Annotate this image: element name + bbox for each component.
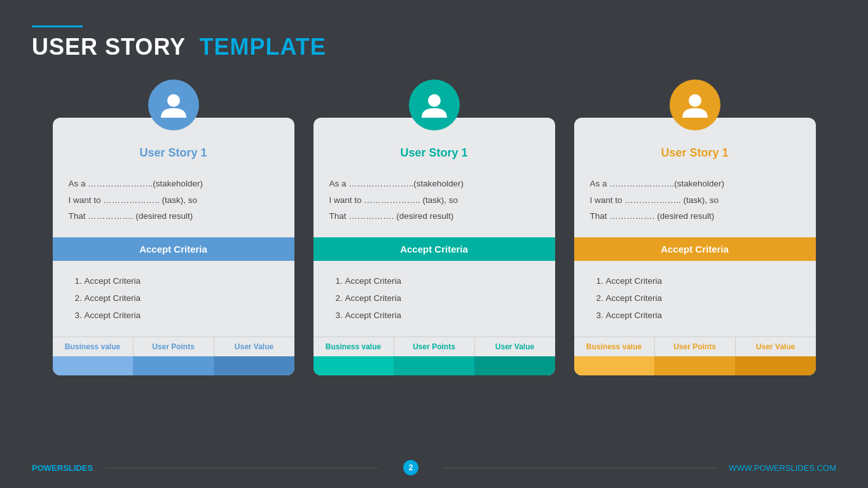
- card-2-criteria-list: Accept Criteria Accept Criteria Accept C…: [313, 261, 555, 337]
- card-2-story-line-2: I want to ……………….. (task), so: [329, 192, 539, 209]
- card-3-footer-labels: Business value User Points User Value: [574, 337, 816, 356]
- footer-bar-1-3: [214, 356, 294, 375]
- footer-bar-3-1: [574, 356, 655, 375]
- url-part1: WWW.POWER: [729, 463, 785, 473]
- card-2: User Story 1 As a …………………..(stakeholder)…: [313, 118, 555, 375]
- card-3: User Story 1 As a …………………..(stakeholder)…: [574, 118, 816, 375]
- footer-url: WWW.POWERSLIDES.COM: [729, 463, 836, 473]
- card-3-title: User Story 1: [587, 146, 803, 160]
- footer-line-left: [106, 468, 378, 468]
- cards-container: User Story 1 As a …………………..(stakeholder)…: [32, 80, 836, 375]
- card-2-title: User Story 1: [326, 146, 542, 160]
- card-3-header: User Story 1: [574, 137, 816, 166]
- list-item: Accept Criteria: [345, 289, 539, 307]
- card-2-footer-bars: [313, 356, 555, 375]
- footer-bar-1-1: [53, 356, 134, 375]
- slide-footer: POWERSLIDES 2 WWW.POWERSLIDES.COM: [32, 460, 836, 475]
- title-part1: USER STORY: [32, 34, 185, 60]
- card-3-story-line-1: As a …………………..(stakeholder): [590, 176, 800, 192]
- footer-bar-3-2: [654, 356, 735, 375]
- card-1-story-line-3: That ……………. (desired result): [69, 208, 279, 225]
- list-item: Accept Criteria: [606, 272, 800, 289]
- footer-bar-3-3: [735, 356, 816, 375]
- list-item: Accept Criteria: [606, 289, 800, 307]
- page-number: 2: [403, 460, 418, 475]
- card-1-criteria-list: Accept Criteria Accept Criteria Accept C…: [53, 261, 294, 337]
- footer-label-business-2: Business value: [313, 337, 394, 356]
- footer-label-points-2: User Points: [394, 337, 475, 356]
- footer-label-value-3: User Value: [736, 337, 816, 356]
- footer-label-business-1: Business value: [53, 337, 134, 356]
- card-wrapper-1: User Story 1 As a …………………..(stakeholder)…: [53, 80, 294, 375]
- header: USER STORY TEMPLATE: [32, 25, 836, 60]
- card-1-title: User Story 1: [65, 146, 282, 160]
- card-1-header: User Story 1: [53, 137, 294, 166]
- card-1-footer-bars: [53, 356, 294, 375]
- avatar-2: [409, 80, 460, 130]
- card-2-story-line-1: As a …………………..(stakeholder): [329, 176, 539, 192]
- card-1: User Story 1 As a …………………..(stakeholder)…: [53, 118, 294, 375]
- footer-bar-1-2: [133, 356, 214, 375]
- card-1-story-line-1: As a …………………..(stakeholder): [69, 176, 279, 192]
- user-icon-3: [679, 89, 711, 121]
- svg-point-0: [167, 94, 180, 107]
- page-title: USER STORY TEMPLATE: [32, 34, 836, 60]
- avatar-3: [670, 80, 720, 130]
- list-item: Accept Criteria: [85, 289, 279, 307]
- footer-line-right: [444, 468, 716, 468]
- card-1-criteria-bar: Accept Criteria: [53, 237, 294, 261]
- header-accent-line: [32, 25, 83, 27]
- footer-label-points-1: User Points: [134, 337, 214, 356]
- card-3-criteria-bar: Accept Criteria: [574, 237, 816, 261]
- brand-part2: SLIDES: [63, 463, 93, 473]
- footer-brand: POWERSLIDES: [32, 463, 93, 473]
- url-part2: SLIDES.COM: [785, 463, 836, 473]
- list-item: Accept Criteria: [85, 307, 279, 324]
- card-3-story: As a …………………..(stakeholder) I want to ………: [574, 166, 816, 237]
- footer-label-value-2: User Value: [475, 337, 555, 356]
- card-1-story-line-2: I want to ……………….. (task), so: [69, 192, 279, 209]
- footer-bar-2-2: [394, 356, 474, 375]
- svg-point-1: [428, 94, 441, 107]
- brand-part1: POWER: [32, 463, 63, 473]
- footer-label-points-3: User Points: [655, 337, 736, 356]
- footer-label-business-3: Business value: [574, 337, 655, 356]
- list-item: Accept Criteria: [606, 307, 800, 324]
- card-3-footer-bars: [574, 356, 816, 375]
- user-icon-2: [418, 89, 450, 121]
- card-wrapper-3: User Story 1 As a …………………..(stakeholder)…: [574, 80, 816, 375]
- card-2-story: As a …………………..(stakeholder) I want to ………: [313, 166, 555, 237]
- card-1-story: As a …………………..(stakeholder) I want to ………: [53, 166, 294, 237]
- title-part2: TEMPLATE: [199, 34, 326, 60]
- list-item: Accept Criteria: [345, 272, 539, 289]
- footer-bar-2-3: [474, 356, 555, 375]
- card-3-criteria-list: Accept Criteria Accept Criteria Accept C…: [574, 261, 816, 337]
- slide-container: USER STORY TEMPLATE User Story 1 As a ………: [0, 0, 868, 488]
- card-3-story-line-2: I want to ……………….. (task), so: [590, 192, 800, 209]
- card-3-story-line-3: That ……………. (desired result): [590, 208, 800, 225]
- footer-label-value-1: User Value: [214, 337, 294, 356]
- card-2-footer-labels: Business value User Points User Value: [313, 337, 555, 356]
- card-2-header: User Story 1: [313, 137, 555, 166]
- card-wrapper-2: User Story 1 As a …………………..(stakeholder)…: [313, 80, 555, 375]
- card-2-criteria-bar: Accept Criteria: [313, 237, 555, 261]
- list-item: Accept Criteria: [85, 272, 279, 289]
- list-item: Accept Criteria: [345, 307, 539, 324]
- footer-bar-2-1: [313, 356, 394, 375]
- card-1-footer-labels: Business value User Points User Value: [53, 337, 294, 356]
- avatar-1: [148, 80, 199, 130]
- user-icon-1: [158, 89, 189, 121]
- card-2-story-line-3: That ……………. (desired result): [329, 208, 539, 225]
- svg-point-2: [689, 94, 701, 107]
